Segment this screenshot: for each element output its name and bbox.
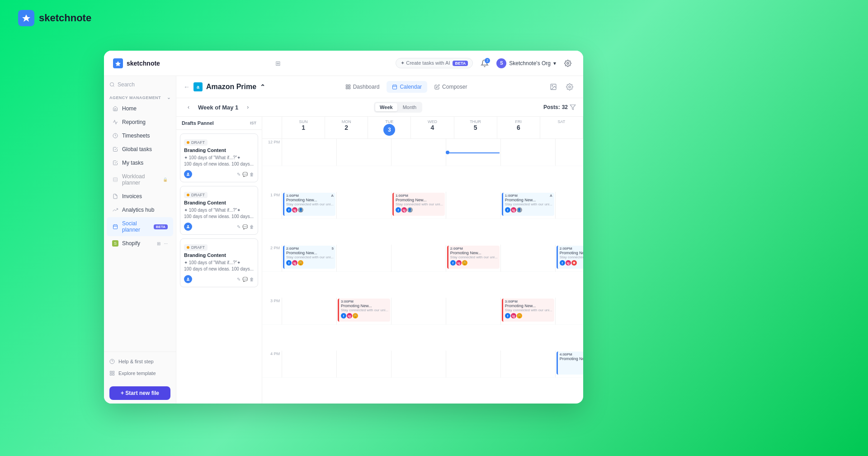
cal-event-thu-1pm[interactable]: 1:00PM A Promoting New... Stay connected… — [502, 193, 554, 216]
event-time: 3:00PM — [341, 299, 388, 304]
sidebar-label-workload: Workload planner — [122, 173, 159, 186]
cal-cell-tue-1pm[interactable]: 1:00PM Promoting New... Stay connected w… — [392, 192, 446, 219]
comment-icon[interactable]: 💬 — [242, 224, 248, 229]
cal-cell-thu-12pm[interactable] — [501, 139, 556, 166]
edit-icon[interactable]: ✎ — [237, 224, 241, 229]
cal-cell-tue-3pm[interactable] — [392, 298, 446, 325]
svg-rect-14 — [113, 374, 114, 375]
cal-cell-fri-3pm[interactable] — [556, 298, 583, 325]
explore-template-button[interactable]: Explore template — [104, 367, 176, 379]
org-selector[interactable]: S Sketchnote's Org ▾ — [496, 58, 556, 68]
svg-rect-3 — [113, 178, 118, 182]
prev-week-button[interactable]: ‹ — [184, 102, 193, 112]
cal-cell-tue-2pm[interactable] — [392, 245, 446, 272]
draft-card[interactable]: DRAFT Branding Content ✦ 100 days of "Wh… — [180, 133, 258, 182]
cal-cell-mon-12pm[interactable] — [337, 139, 392, 166]
cal-cell-thu-2pm[interactable] — [501, 245, 556, 272]
cal-event-sun-2pm[interactable]: 2:00PM 5 Promoting New... Stay connected… — [283, 246, 335, 269]
cal-cell-thu-1pm[interactable]: 1:00PM A Promoting New... Stay connected… — [501, 192, 556, 219]
sidebar-item-analytics[interactable]: Analytics hub — [107, 204, 173, 216]
sidebar-label-social-planner: Social planner — [122, 220, 150, 233]
sidebar-item-global-tasks[interactable]: Global tasks — [107, 143, 173, 156]
draft-avatar — [184, 170, 192, 178]
sidebar-item-shopify[interactable]: S Shopify ⊞ ··· — [107, 237, 173, 250]
draft-card[interactable]: DRAFT Branding Content ✦ 100 days of "Wh… — [180, 238, 258, 287]
sidebar-item-workload[interactable]: Workload planner 🔒 — [107, 170, 173, 189]
cal-cell-thu-3pm[interactable]: 3:00PM Promoting New... Stay connected w… — [501, 298, 556, 325]
event-time: 1:00PM — [396, 194, 443, 198]
facebook-avatar: f — [505, 313, 510, 318]
cal-event-wed-2pm[interactable]: 2:00PM Promoting New... Stay connected w… — [447, 246, 500, 269]
notification-button[interactable]: 2 — [478, 57, 491, 70]
red-avatar: ◈ — [571, 260, 577, 266]
settings2-icon-btn[interactable] — [563, 81, 576, 93]
cal-cell-sun-12pm[interactable] — [282, 139, 337, 166]
window-header: sketchnote ⊞ ✦ Create tasks with AI BETA… — [104, 51, 583, 76]
tab-dashboard[interactable]: Dashboard — [340, 81, 385, 93]
edit-icon[interactable]: ✎ — [237, 172, 241, 177]
sidebar-item-timesheets[interactable]: Timesheets — [107, 129, 173, 142]
time-slot-12pm: 12 PM — [262, 139, 282, 166]
cal-event-tue-1pm[interactable]: 1:00PM Promoting New... Stay connected w… — [392, 193, 445, 216]
cal-cell-wed-2pm[interactable]: 2:00PM Promoting New... Stay connected w… — [446, 245, 501, 272]
ai-badge[interactable]: ✦ Create tasks with AI BETA — [396, 58, 473, 68]
event-time: 2:00PM 5 — [286, 247, 334, 251]
cal-cell-tue-4pm[interactable] — [392, 351, 446, 378]
svg-rect-18 — [346, 85, 348, 87]
event-avatars: f ig 🔒 — [286, 260, 334, 266]
help-label: Help & first step — [118, 359, 154, 364]
cal-cell-sun-4pm[interactable] — [282, 351, 337, 378]
cal-cell-mon-3pm[interactable]: 3:00PM Promoting New... Stay connected w… — [337, 298, 392, 325]
next-week-button[interactable]: › — [243, 102, 253, 112]
delete-icon[interactable]: 🗑 — [250, 277, 254, 282]
delete-icon[interactable]: 🗑 — [250, 224, 254, 229]
day-header-tue: TUE 3 — [368, 117, 411, 138]
start-new-file-button[interactable]: + Start new file — [109, 386, 170, 400]
grid-icon-btn[interactable]: ⊞ — [272, 57, 284, 70]
cal-cell-fri-12pm[interactable] — [556, 139, 583, 166]
tab-dashboard-label: Dashboard — [353, 84, 380, 90]
cal-cell-mon-2pm[interactable] — [337, 245, 392, 272]
cal-cell-tue-12pm[interactable] — [392, 139, 446, 166]
photo-icon-btn[interactable] — [547, 81, 560, 93]
settings-icon-btn[interactable] — [561, 57, 574, 70]
cal-event-thu-3pm[interactable]: 3:00PM Promoting New... Stay connected w… — [502, 299, 554, 322]
sidebar-item-social-planner[interactable]: Social planner BETA — [107, 217, 173, 236]
cal-cell-thu-4pm[interactable] — [501, 351, 556, 378]
comment-icon[interactable]: 💬 — [242, 277, 248, 282]
cal-cell-sun-3pm[interactable] — [282, 298, 337, 325]
cal-cell-wed-1pm[interactable] — [446, 192, 501, 219]
cal-cell-fri-2pm[interactable]: 2:00PM A Promoting New... Stay connected… — [556, 245, 583, 272]
tab-calendar[interactable]: Calendar — [387, 81, 427, 93]
cal-event-mon-3pm[interactable]: 3:00PM Promoting New... Stay connected w… — [338, 299, 390, 322]
tab-composer[interactable]: Composer — [429, 81, 472, 93]
draft-card[interactable]: DRAFT Branding Content ✦ 100 days of "Wh… — [180, 186, 258, 235]
sidebar-item-reporting[interactable]: Reporting — [107, 116, 173, 128]
cal-cell-wed-12pm[interactable] — [446, 139, 501, 166]
comment-icon[interactable]: 💬 — [242, 172, 248, 177]
cal-cell-mon-1pm[interactable] — [337, 192, 392, 219]
cal-event-sun-1pm[interactable]: 1:00PM A Promoting New... Stay connected… — [283, 193, 335, 216]
cal-cell-wed-4pm[interactable] — [446, 351, 501, 378]
cal-cell-mon-4pm[interactable] — [337, 351, 392, 378]
week-view-button[interactable]: Week — [375, 103, 397, 111]
help-button[interactable]: Help & first step — [104, 356, 176, 367]
event-time: 2:00PM — [450, 247, 498, 251]
channel-selector[interactable]: ← a Amazon Prime ⌃ — [184, 82, 265, 91]
cal-event-fri-2pm[interactable]: 2:00PM A Promoting New... Stay connected… — [557, 246, 583, 269]
search-button[interactable]: Search — [104, 76, 176, 91]
sidebar-item-my-tasks[interactable]: My tasks — [107, 157, 173, 169]
cal-cell-sun-1pm[interactable]: 1:00PM A Promoting New... Stay connected… — [282, 192, 337, 219]
cal-cell-fri-4pm[interactable]: 4:00PM A Promoting New... — [556, 351, 583, 378]
tab-composer-label: Composer — [442, 84, 467, 90]
instagram-avatar: ig — [401, 207, 407, 213]
cal-cell-fri-1pm[interactable] — [556, 192, 583, 219]
sidebar-item-home[interactable]: Home — [107, 102, 173, 115]
cal-cell-wed-3pm[interactable] — [446, 298, 501, 325]
month-view-button[interactable]: Month — [398, 103, 421, 111]
sidebar-item-invoices[interactable]: Invoices — [107, 190, 173, 203]
cal-cell-sun-2pm[interactable]: 2:00PM 5 Promoting New... Stay connected… — [282, 245, 337, 272]
delete-icon[interactable]: 🗑 — [250, 172, 254, 177]
cal-event-fri-4pm[interactable]: 4:00PM A Promoting New... — [557, 352, 583, 375]
edit-icon[interactable]: ✎ — [237, 277, 241, 282]
